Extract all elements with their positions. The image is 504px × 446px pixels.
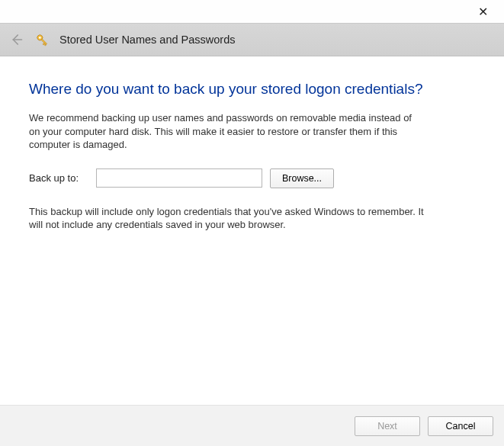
intro-text: We recommend backing up user names and p… xyxy=(29,111,425,152)
backup-row: Back up to: Browse... xyxy=(29,168,475,188)
backup-path-input[interactable] xyxy=(96,168,262,188)
content-area: Where do you want to back up your stored… xyxy=(0,56,504,405)
titlebar: ✕ xyxy=(0,0,504,23)
note-text: This backup will include only logon cred… xyxy=(29,205,425,232)
close-icon: ✕ xyxy=(478,5,488,19)
back-arrow-icon xyxy=(9,33,23,47)
header-bar: Stored User Names and Passwords xyxy=(0,23,504,56)
svg-rect-5 xyxy=(45,44,47,46)
back-button[interactable] xyxy=(8,31,24,48)
page-heading: Where do you want to back up your stored… xyxy=(29,81,475,98)
close-button[interactable]: ✕ xyxy=(467,1,498,22)
key-icon xyxy=(34,31,50,48)
footer-bar: Next Cancel xyxy=(0,405,504,446)
header-title: Stored User Names and Passwords xyxy=(59,34,236,46)
wizard-window: ✕ Stored User Names and Passwords Where … xyxy=(0,0,504,446)
browse-button[interactable]: Browse... xyxy=(270,168,334,188)
next-button[interactable]: Next xyxy=(355,416,420,436)
backup-label: Back up to: xyxy=(29,172,88,184)
cancel-button[interactable]: Cancel xyxy=(428,416,493,436)
